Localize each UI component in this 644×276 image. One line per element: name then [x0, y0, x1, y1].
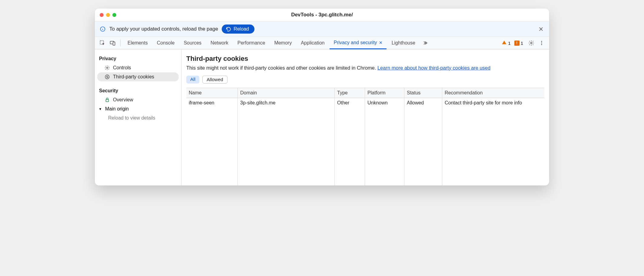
col-status[interactable]: Status: [404, 88, 442, 98]
svg-point-13: [105, 75, 109, 79]
cell-recommendation: Contact third-party site for more info: [442, 98, 544, 186]
minimize-window-button[interactable]: [106, 13, 110, 17]
issues-indicator[interactable]: ! 1: [514, 41, 523, 46]
traffic-lights: [100, 13, 116, 17]
table-row[interactable]: iframe-seen 3p-site.glitch.me Other Unkn…: [186, 98, 544, 186]
svg-point-12: [107, 67, 108, 69]
more-tabs-icon[interactable]: [420, 38, 430, 48]
issue-icon: !: [514, 41, 520, 46]
tab-privacy-security[interactable]: Privacy and security ✕: [330, 37, 386, 49]
sidebar-item-label: Controls: [113, 65, 131, 71]
sidebar-item-label: Main origin: [105, 106, 129, 112]
cell-name: iframe-seen: [186, 98, 238, 186]
filter-chips: All Allowed: [186, 76, 544, 84]
sidebar-item-label: Overview: [113, 97, 133, 103]
tab-application[interactable]: Application: [297, 37, 328, 49]
sidebar-heading-privacy: Privacy: [97, 54, 179, 63]
inspect-element-icon[interactable]: [98, 38, 107, 48]
filter-chip-all[interactable]: All: [186, 76, 199, 84]
svg-rect-18: [106, 100, 109, 102]
kebab-menu-icon[interactable]: [537, 38, 546, 48]
filter-chip-allowed[interactable]: Allowed: [202, 76, 227, 84]
reload-button[interactable]: Reload: [222, 25, 254, 34]
privacy-sidebar: Privacy Controls Third-party cookies Sec…: [95, 49, 181, 186]
tab-memory[interactable]: Memory: [270, 37, 296, 49]
reload-button-label: Reload: [234, 26, 249, 32]
sidebar-item-controls[interactable]: Controls: [97, 63, 179, 72]
warnings-count: 1: [508, 41, 510, 46]
col-type[interactable]: Type: [335, 88, 365, 98]
warnings-indicator[interactable]: 1: [502, 40, 510, 46]
tab-performance[interactable]: Performance: [234, 37, 269, 49]
cell-domain: 3p-site.glitch.me: [238, 98, 335, 186]
svg-point-17: [108, 77, 108, 78]
issues-count: 1: [521, 41, 523, 46]
reload-icon: [226, 27, 231, 32]
main-panel: Third-party cookies This site might not …: [181, 49, 549, 186]
sidebar-item-third-party-cookies[interactable]: Third-party cookies: [97, 72, 179, 81]
col-recommendation[interactable]: Recommendation: [442, 88, 544, 98]
col-platform[interactable]: Platform: [365, 88, 404, 98]
lock-icon: [105, 97, 110, 103]
devtools-tabs: Elements Console Sources Network Perform…: [95, 37, 549, 49]
page-title: Third-party cookies: [186, 55, 544, 63]
svg-point-10: [541, 43, 542, 44]
tabs-divider: [120, 40, 121, 46]
sidebar-item-overview[interactable]: Overview: [97, 95, 179, 104]
cookies-table: Name Domain Type Platform Status Recomme…: [186, 88, 544, 186]
tab-sources[interactable]: Sources: [180, 37, 205, 49]
settings-icon[interactable]: [527, 38, 536, 48]
table-header-row: Name Domain Type Platform Status Recomme…: [186, 88, 544, 98]
tab-close-icon[interactable]: ✕: [379, 40, 383, 45]
cell-type: Other: [335, 98, 365, 186]
info-icon: [100, 26, 106, 32]
infobar-text: To apply your updated controls, reload t…: [109, 26, 218, 32]
infobar-close-button[interactable]: [538, 26, 544, 32]
panel-body: Privacy Controls Third-party cookies Sec…: [95, 49, 549, 186]
tab-lighthouse[interactable]: Lighthouse: [388, 37, 419, 49]
chevron-down-icon: ▼: [98, 107, 103, 111]
svg-point-9: [541, 41, 542, 42]
cookie-icon: [105, 74, 110, 80]
svg-point-15: [108, 76, 108, 77]
warning-icon: [502, 40, 507, 46]
tab-console[interactable]: Console: [153, 37, 179, 49]
reload-infobar: To apply your updated controls, reload t…: [95, 21, 549, 37]
sidebar-item-label: Third-party cookies: [113, 74, 154, 80]
svg-point-16: [107, 77, 108, 78]
device-toolbar-icon[interactable]: [108, 38, 117, 48]
col-domain[interactable]: Domain: [238, 88, 335, 98]
titlebar: DevTools - 3pc.glitch.me/: [95, 8, 549, 21]
cell-platform: Unknown: [365, 98, 404, 186]
devtools-window: DevTools - 3pc.glitch.me/ To apply your …: [95, 8, 549, 186]
maximize-window-button[interactable]: [112, 13, 116, 17]
learn-more-link[interactable]: Learn more about how third-party cookies…: [377, 65, 490, 71]
sidebar-item-main-origin[interactable]: ▼ Main origin: [97, 104, 179, 113]
svg-point-8: [531, 42, 532, 44]
tab-elements[interactable]: Elements: [124, 37, 152, 49]
page-description: This site might not work if third-party …: [186, 65, 544, 71]
sidebar-reload-hint: Reload to view details: [97, 113, 179, 123]
window-title: DevTools - 3pc.glitch.me/: [100, 12, 544, 18]
sidebar-heading-security: Security: [97, 86, 179, 95]
svg-point-14: [106, 76, 107, 77]
svg-rect-7: [113, 42, 115, 45]
gear-icon: [105, 65, 110, 71]
col-name[interactable]: Name: [186, 88, 238, 98]
tab-network[interactable]: Network: [207, 37, 232, 49]
close-window-button[interactable]: [100, 13, 104, 17]
cell-status: Allowed: [404, 98, 442, 186]
svg-point-11: [541, 44, 542, 45]
